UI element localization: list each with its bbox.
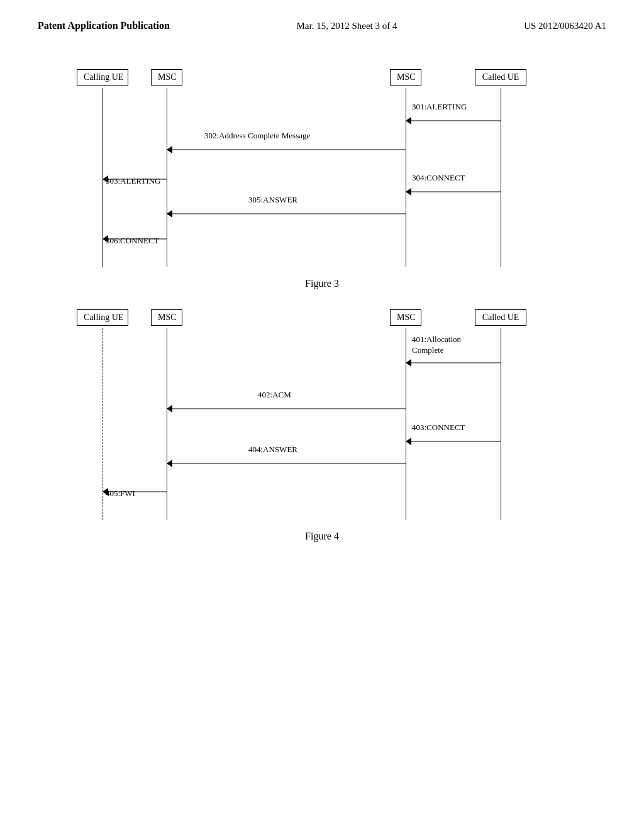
figure-3-caption: Figure 3 <box>38 278 606 289</box>
arrow-404: 404:ANSWER <box>167 457 406 470</box>
arrow-label-402: 402:ACM <box>258 390 291 400</box>
figures-area: Calling UE MSC MSC Called UE 301:ALERTIN… <box>0 31 644 542</box>
header-date-sheet: Mar. 15, 2012 Sheet 3 of 4 <box>296 21 397 31</box>
arrow-401: 401:AllocationComplete <box>406 357 501 369</box>
participant-msc-left-4: MSC <box>151 309 182 326</box>
page-header: Patent Application Publication Mar. 15, … <box>0 0 644 31</box>
participant-msc-left-3: MSC <box>151 69 182 86</box>
arrow-405: 405:FWI <box>103 485 167 498</box>
arrow-302: 302:Address Complete Message <box>167 143 406 156</box>
arrow-403: 403:CONNECT <box>406 435 501 448</box>
arrow-label-301: 301:ALERTING <box>412 102 467 112</box>
participant-called-ue-3: Called UE <box>475 69 526 86</box>
header-patent-number: US 2012/0063420 A1 <box>524 21 606 31</box>
arrow-label-405: 405:FWI <box>106 489 135 499</box>
arrow-label-306: 306:CONNECT <box>106 236 159 246</box>
header-publication-label: Patent Application Publication <box>38 20 170 31</box>
arrow-306: 306:CONNECT <box>103 233 167 245</box>
participant-calling-ue-3: Calling UE <box>77 69 128 86</box>
arrow-label-302: 302:Address Complete Message <box>204 131 310 141</box>
arrow-label-304: 304:CONNECT <box>412 173 465 183</box>
figure-4: Calling UE MSC MSC Called UE 401:Allocat… <box>38 309 606 542</box>
participant-calling-ue-4: Calling UE <box>77 309 128 326</box>
sequence-diagram-3: Calling UE MSC MSC Called UE 301:ALERTIN… <box>52 69 592 270</box>
participant-called-ue-4: Called UE <box>475 309 526 326</box>
arrow-402: 402:ACM <box>167 402 406 415</box>
figure-4-caption: Figure 4 <box>38 531 606 542</box>
arrow-303: 303:ALERTING <box>103 173 167 185</box>
arrow-label-404: 404:ANSWER <box>248 445 297 455</box>
arrow-305: 305:ANSWER <box>167 208 406 220</box>
arrow-304: 304:CONNECT <box>406 185 501 198</box>
arrow-301: 301:ALERTING <box>406 114 501 127</box>
figure-3: Calling UE MSC MSC Called UE 301:ALERTIN… <box>38 69 606 289</box>
arrow-label-303: 303:ALERTING <box>106 176 160 186</box>
participant-msc-right-3: MSC <box>390 69 421 86</box>
arrow-label-403: 403:CONNECT <box>412 423 465 433</box>
participant-msc-right-4: MSC <box>390 309 421 326</box>
sequence-diagram-4: Calling UE MSC MSC Called UE 401:Allocat… <box>52 309 592 523</box>
arrow-label-401: 401:AllocationComplete <box>412 335 461 356</box>
arrow-label-305: 305:ANSWER <box>248 195 297 205</box>
